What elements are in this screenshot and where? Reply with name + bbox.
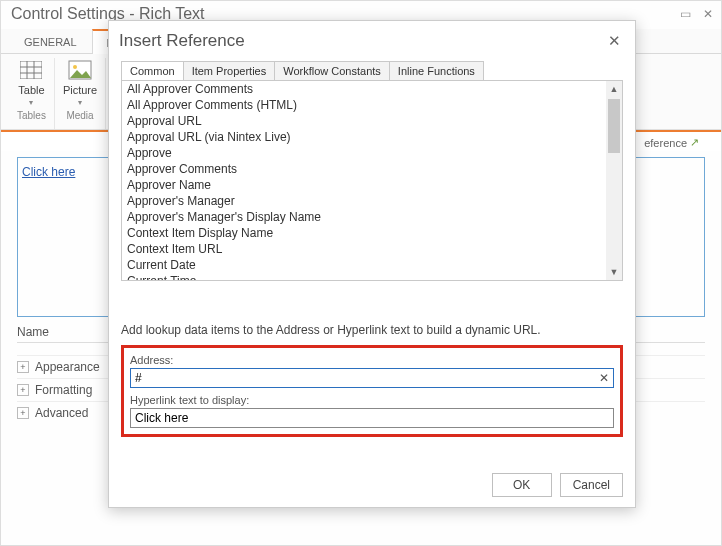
table-icon — [17, 58, 45, 82]
expand-icon[interactable]: + — [17, 384, 29, 396]
ribbon-group-media: Media — [63, 110, 97, 121]
clear-icon[interactable]: ✕ — [599, 371, 609, 385]
close-icon[interactable]: ✕ — [608, 32, 621, 50]
cancel-button[interactable]: Cancel — [560, 473, 623, 497]
list-item[interactable]: All Approver Comments (HTML) — [122, 97, 606, 113]
ribbon-table-button[interactable]: Table ▾ — [17, 58, 46, 107]
address-input[interactable] — [135, 371, 599, 385]
list-item[interactable]: Approval URL (via Nintex Live) — [122, 129, 606, 145]
tab-common[interactable]: Common — [121, 61, 184, 80]
url-fields-highlight: Address: ✕ Hyperlink text to display: — [121, 345, 623, 437]
ok-button[interactable]: OK — [492, 473, 552, 497]
list-item[interactable]: Current Date — [122, 257, 606, 273]
address-field-wrap: ✕ — [130, 368, 614, 388]
hyperlink-field-wrap — [130, 408, 614, 428]
reference-tabs: Common Item Properties Workflow Constant… — [121, 61, 623, 81]
ribbon-table-label: Table — [18, 84, 44, 96]
expand-icon[interactable]: + — [17, 407, 29, 419]
reference-label: eference — [644, 137, 687, 149]
instruction-text: Add lookup data items to the Address or … — [121, 323, 623, 337]
hyperlink-text-label: Hyperlink text to display: — [130, 394, 614, 406]
list-item[interactable]: Approval URL — [122, 113, 606, 129]
list-item[interactable]: Current Time — [122, 273, 606, 280]
scroll-thumb[interactable] — [608, 99, 620, 153]
close-parent-icon[interactable]: ✕ — [703, 7, 713, 21]
prop-label: Formatting — [35, 383, 92, 397]
list-item[interactable]: Approver Comments — [122, 161, 606, 177]
external-link-icon: ↗ — [690, 136, 699, 149]
ribbon-picture-button[interactable]: Picture ▾ — [63, 58, 97, 107]
picture-icon — [66, 58, 94, 82]
chevron-down-icon: ▾ — [29, 98, 33, 107]
list-item[interactable]: Approver Name — [122, 177, 606, 193]
scroll-down-icon[interactable]: ▼ — [606, 264, 622, 280]
list-item[interactable]: Context Item URL — [122, 241, 606, 257]
svg-point-6 — [73, 65, 77, 69]
prop-label: Advanced — [35, 406, 88, 420]
tab-inline-functions[interactable]: Inline Functions — [389, 61, 484, 80]
dialog-title: Insert Reference — [119, 31, 245, 51]
list-item[interactable]: Approve — [122, 145, 606, 161]
hyperlink-text-input[interactable] — [135, 411, 609, 425]
list-item[interactable]: All Approver Comments — [122, 81, 606, 97]
tab-workflow-constants[interactable]: Workflow Constants — [274, 61, 390, 80]
ribbon-picture-label: Picture — [63, 84, 97, 96]
scroll-up-icon[interactable]: ▲ — [606, 81, 622, 97]
chevron-down-icon: ▾ — [78, 98, 82, 107]
ribbon-group-tables: Tables — [17, 110, 46, 121]
editor-hyperlink[interactable]: Click here — [22, 165, 75, 179]
insert-reference-dialog: Insert Reference ✕ Common Item Propertie… — [108, 20, 636, 508]
dialog-header: Insert Reference ✕ — [109, 21, 635, 51]
tab-item-properties[interactable]: Item Properties — [183, 61, 276, 80]
list-item[interactable]: Approver's Manager's Display Name — [122, 209, 606, 225]
list-item[interactable]: Context Item Display Name — [122, 225, 606, 241]
address-label: Address: — [130, 354, 614, 366]
dialog-footer: OK Cancel — [109, 471, 635, 507]
tab-general[interactable]: GENERAL — [9, 29, 92, 53]
expand-icon[interactable]: + — [17, 361, 29, 373]
scrollbar[interactable]: ▲ ▼ — [606, 81, 622, 280]
list-item[interactable]: Approver's Manager — [122, 193, 606, 209]
svg-rect-0 — [20, 61, 42, 79]
insert-reference-button[interactable]: eference ↗ — [644, 136, 705, 149]
detach-icon[interactable]: ▭ — [680, 7, 691, 21]
reference-listbox[interactable]: All Approver Comments All Approver Comme… — [121, 81, 623, 281]
prop-label: Appearance — [35, 360, 100, 374]
